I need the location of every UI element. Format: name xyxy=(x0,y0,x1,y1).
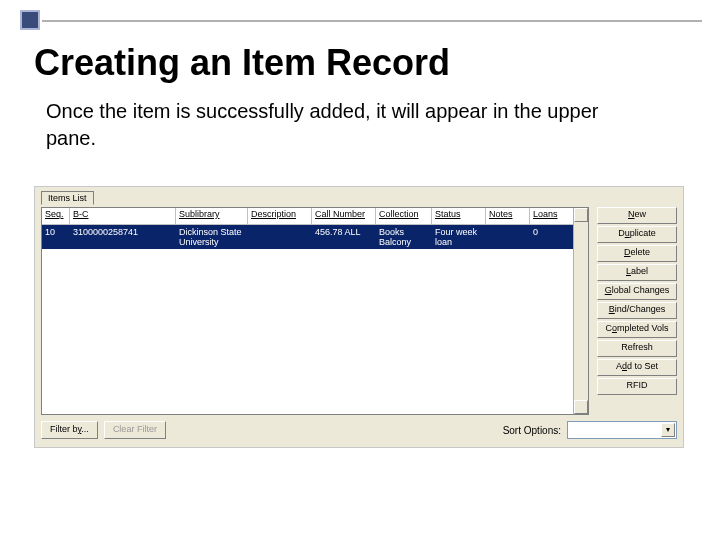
col-seq[interactable]: Seq. xyxy=(42,208,70,224)
scrollbar[interactable] xyxy=(573,208,588,414)
accent-square-icon xyxy=(20,10,40,30)
col-callnumber[interactable]: Call Number xyxy=(312,208,376,224)
table-row[interactable]: 10 3100000258741 Dickinson State Univers… xyxy=(42,225,574,249)
completed-vols-button[interactable]: Completed Vols xyxy=(597,321,677,338)
col-collection[interactable]: Collection xyxy=(376,208,432,224)
items-list: Seq. B-C Sublibrary Description Call Num… xyxy=(41,207,589,415)
col-loans[interactable]: Loans xyxy=(530,208,574,224)
bottom-bar: Filter by... Clear Filter Sort Options: … xyxy=(41,419,677,441)
cell-callnumber: 456.78 ALL xyxy=(312,225,376,249)
add-to-set-button[interactable]: Add to Set xyxy=(597,359,677,376)
label-button[interactable]: Label xyxy=(597,264,677,281)
body-text: Once the item is successfully added, it … xyxy=(46,98,646,152)
bind-changes-button[interactable]: Bind/Changes xyxy=(597,302,677,319)
col-sublibrary[interactable]: Sublibrary xyxy=(176,208,248,224)
rfid-button[interactable]: RFID xyxy=(597,378,677,395)
clear-filter-button[interactable]: Clear Filter xyxy=(104,421,166,439)
col-description[interactable]: Description xyxy=(248,208,312,224)
cell-loans: 0 xyxy=(530,225,574,249)
side-button-column: New Duplicate Delete Label Global Change… xyxy=(597,207,677,395)
slide-title: Creating an Item Record xyxy=(34,42,450,84)
duplicate-button[interactable]: Duplicate xyxy=(597,226,677,243)
cell-collection: Books Balcony xyxy=(376,225,432,249)
sort-options-select[interactable]: ▾ xyxy=(567,421,677,439)
accent-line xyxy=(42,20,702,22)
scroll-down-icon[interactable] xyxy=(574,400,588,414)
col-status[interactable]: Status xyxy=(432,208,486,224)
scroll-up-icon[interactable] xyxy=(574,208,588,222)
delete-button[interactable]: Delete xyxy=(597,245,677,262)
filter-by-button[interactable]: Filter by... xyxy=(41,421,98,439)
new-button[interactable]: New xyxy=(597,207,677,224)
cell-description xyxy=(248,225,312,249)
cell-notes xyxy=(486,225,530,249)
cell-seq: 10 xyxy=(42,225,70,249)
cell-status: Four week loan xyxy=(432,225,486,249)
global-changes-button[interactable]: Global Changes xyxy=(597,283,677,300)
sort-options-label: Sort Options: xyxy=(503,425,561,436)
chevron-down-icon[interactable]: ▾ xyxy=(661,423,675,437)
cell-barcode: 3100000258741 xyxy=(70,225,176,249)
refresh-button[interactable]: Refresh xyxy=(597,340,677,357)
cell-sublibrary: Dickinson State University xyxy=(176,225,248,249)
app-panel: Items List Seq. B-C Sublibrary Descripti… xyxy=(34,186,684,448)
tab-items-list[interactable]: Items List xyxy=(41,191,94,205)
col-barcode[interactable]: B-C xyxy=(70,208,176,224)
column-header-row: Seq. B-C Sublibrary Description Call Num… xyxy=(42,208,574,225)
col-notes[interactable]: Notes xyxy=(486,208,530,224)
